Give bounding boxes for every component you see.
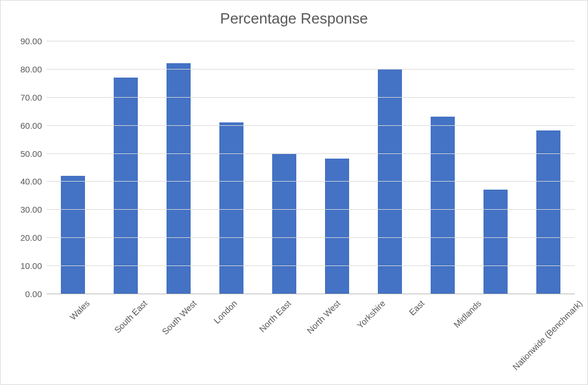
bar-slot	[47, 41, 99, 294]
bar-slot	[363, 41, 416, 294]
x-label-slot: East	[384, 298, 432, 308]
x-label-slot: South East	[95, 298, 143, 308]
bar	[536, 130, 560, 294]
x-tick-label: Midlands	[451, 298, 482, 329]
bar	[483, 190, 508, 294]
y-tick-label: 30.00	[20, 205, 42, 214]
gridline	[47, 181, 575, 182]
bar	[219, 122, 243, 294]
y-tick-label: 0.00	[25, 289, 42, 299]
gridline	[47, 209, 575, 210]
x-axis-labels: WalesSouth EastSouth WestLondonNorth Eas…	[47, 298, 575, 308]
x-label-slot: London	[191, 298, 239, 308]
gridline	[47, 69, 575, 70]
bar-slot	[99, 41, 152, 294]
bar-slot	[311, 41, 363, 294]
chart-container: Percentage Response 0.0010.0020.0030.004…	[0, 0, 588, 385]
bar	[167, 63, 191, 294]
x-tick-label: East	[407, 298, 426, 317]
bar	[431, 117, 455, 294]
x-tick-label: Yorkshire	[355, 298, 387, 330]
gridline	[47, 41, 575, 41]
gridline	[47, 153, 575, 154]
x-label-slot: North West	[288, 298, 336, 308]
y-tick-label: 10.00	[20, 261, 42, 271]
bar-slot	[152, 41, 205, 294]
plot-area: 0.0010.0020.0030.0040.0050.0060.0070.008…	[47, 41, 575, 294]
y-tick-label: 50.00	[20, 148, 42, 158]
y-tick-label: 20.00	[20, 233, 42, 242]
x-label-slot: North East	[239, 298, 288, 308]
y-tick-label: 90.00	[20, 36, 42, 46]
y-tick-label: 60.00	[20, 120, 42, 130]
x-label-slot: Midlands	[432, 298, 481, 308]
bar	[61, 176, 85, 294]
x-label-slot: Yorkshire	[336, 298, 384, 308]
bar-slot	[469, 41, 522, 294]
bar-slot	[416, 41, 469, 294]
bars-group	[47, 41, 575, 294]
x-tick-label: Nationwide (Benchmark)	[510, 298, 584, 372]
bar-slot	[522, 41, 575, 294]
bar-slot	[205, 41, 258, 294]
bar	[325, 159, 349, 294]
chart-title: Percentage Response	[1, 10, 587, 28]
x-tick-label: London	[212, 298, 239, 325]
x-label-slot: Wales	[47, 298, 95, 308]
gridline	[47, 294, 575, 294]
gridline	[47, 237, 575, 238]
x-label-slot: Nationwide (Benchmark)	[481, 298, 575, 308]
bar-slot	[258, 41, 311, 294]
y-tick-label: 70.00	[20, 92, 42, 102]
x-label-slot: South West	[143, 298, 191, 308]
bar	[272, 153, 296, 294]
y-tick-label: 80.00	[20, 64, 42, 74]
bar	[114, 78, 138, 294]
gridline	[47, 265, 575, 266]
y-tick-label: 40.00	[20, 176, 42, 186]
gridline	[47, 125, 575, 126]
x-tick-label: Wales	[68, 298, 91, 322]
gridline	[47, 97, 575, 98]
